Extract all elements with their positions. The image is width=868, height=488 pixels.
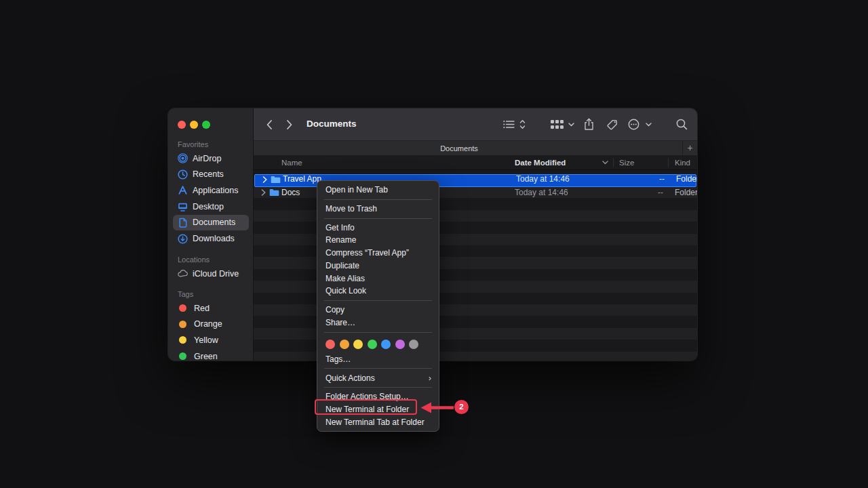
toolbar: Documents — [254, 108, 697, 140]
annotation-step-badge: 2 — [454, 400, 469, 414]
red-tag-icon — [179, 304, 186, 312]
menu-item-make-alias[interactable]: Make Alias — [317, 272, 439, 285]
menu-item-move-to-trash[interactable]: Move to Trash — [317, 203, 439, 216]
column-header-date-modified[interactable]: Date Modified — [515, 155, 566, 170]
gray-tag-dot[interactable] — [409, 340, 418, 349]
green-tag-dot[interactable] — [368, 340, 377, 349]
menu-separator — [324, 300, 432, 301]
sidebar-item-desktop[interactable]: Desktop — [173, 199, 249, 214]
sidebar-heading-favorites: Favorites — [178, 140, 208, 148]
desktop-background: Favorites AirDrop Recents Applications — [0, 0, 868, 488]
menu-item-new-terminal-tab-at-folder[interactable]: New Terminal Tab at Folder — [317, 416, 439, 429]
disclosure-chevron-icon[interactable] — [261, 187, 266, 199]
sidebar-item-label: Applications — [193, 186, 238, 195]
list-view-icon[interactable] — [503, 120, 515, 129]
sidebar-item-tag-orange[interactable]: Orange — [173, 317, 249, 332]
forward-icon[interactable] — [286, 119, 293, 130]
folder-icon — [269, 187, 279, 199]
file-kind: Folder — [675, 187, 697, 199]
sidebar-item-label: Downloads — [193, 234, 235, 243]
sidebar-item-label: Desktop — [193, 202, 224, 211]
menu-separator — [324, 218, 432, 219]
sort-toggle-icon[interactable] — [519, 119, 526, 129]
desktop-icon — [178, 201, 188, 211]
sidebar-item-tag-green[interactable]: Green — [173, 348, 249, 361]
blue-tag-dot[interactable] — [381, 340, 391, 349]
column-divider[interactable] — [668, 158, 669, 167]
applications-icon — [178, 185, 188, 195]
menu-item-quick-look[interactable]: Quick Look — [317, 285, 439, 298]
document-icon — [178, 218, 188, 228]
menu-item-get-info[interactable]: Get Info — [317, 222, 439, 235]
menu-item-compress[interactable]: Compress “Travel App” — [317, 247, 439, 260]
disclosure-chevron-icon[interactable] — [262, 174, 267, 186]
menu-separator — [324, 368, 432, 369]
sidebar-item-downloads[interactable]: Downloads — [173, 231, 249, 247]
column-divider[interactable] — [613, 158, 614, 167]
chevron-down-icon — [568, 123, 574, 127]
airdrop-icon — [178, 153, 188, 163]
column-header-row: Name Date Modified Size Kind — [254, 155, 697, 170]
file-date-modified: Today at 14:46 — [515, 187, 568, 199]
download-icon — [178, 234, 188, 244]
share-icon[interactable] — [584, 118, 594, 131]
tag-icon[interactable] — [607, 119, 618, 130]
window-title: Documents — [307, 119, 357, 129]
cloud-icon — [178, 268, 188, 279]
sidebar-item-label: Documents — [193, 218, 235, 227]
menu-separator — [324, 199, 432, 200]
sidebar-heading-locations: Locations — [178, 256, 210, 264]
purple-tag-dot[interactable] — [395, 340, 405, 349]
new-tab-button[interactable]: + — [682, 141, 697, 156]
back-icon[interactable] — [266, 119, 273, 130]
file-size: -- — [648, 187, 663, 199]
column-header-kind[interactable]: Kind — [675, 155, 690, 170]
sidebar-item-label: AirDrop — [193, 154, 221, 163]
sidebar-item-label: Red — [194, 304, 210, 313]
orange-tag-dot[interactable] — [340, 340, 349, 349]
sidebar-item-tag-red[interactable]: Red — [173, 300, 249, 316]
column-header-size[interactable]: Size — [619, 155, 634, 170]
menu-item-share[interactable]: Share… — [317, 317, 439, 329]
menu-separator — [324, 387, 432, 388]
sidebar-item-icloud-drive[interactable]: iCloud Drive — [173, 266, 249, 281]
submenu-chevron-icon: › — [429, 372, 431, 385]
sidebar-item-documents[interactable]: Documents — [173, 215, 249, 230]
red-tag-dot[interactable] — [326, 340, 335, 349]
zoom-window-button[interactable] — [202, 121, 210, 129]
menu-tag-color-row — [317, 336, 439, 353]
minimize-window-button[interactable] — [190, 121, 198, 129]
yellow-tag-icon — [179, 336, 186, 344]
sidebar-heading-tags: Tags — [178, 290, 193, 298]
traffic-lights — [178, 121, 210, 129]
menu-item-copy[interactable]: Copy — [317, 304, 439, 317]
sidebar-item-recents[interactable]: Recents — [173, 167, 249, 182]
sidebar-item-tag-yellow[interactable]: Yellow — [173, 332, 249, 348]
sidebar-item-label: Recents — [193, 169, 224, 179]
tab-bar: Documents + — [254, 140, 697, 155]
column-header-name[interactable]: Name — [281, 155, 302, 170]
sidebar: Favorites AirDrop Recents Applications — [168, 108, 254, 361]
file-date-modified: Today at 14:46 — [516, 174, 570, 185]
menu-item-quick-actions[interactable]: Quick Actions › — [317, 372, 439, 385]
green-tag-icon — [179, 352, 186, 360]
annotation-highlight-box — [315, 399, 417, 415]
sort-chevron-icon — [602, 161, 608, 165]
menu-item-open-in-new-tab[interactable]: Open in New Tab — [317, 184, 439, 197]
group-icon[interactable] — [551, 120, 564, 129]
menu-item-duplicate[interactable]: Duplicate — [317, 260, 439, 272]
menu-item-rename[interactable]: Rename — [317, 234, 439, 247]
sidebar-item-airdrop[interactable]: AirDrop — [173, 150, 249, 166]
sidebar-item-applications[interactable]: Applications — [173, 182, 249, 198]
close-window-button[interactable] — [178, 121, 186, 129]
search-icon[interactable] — [676, 119, 688, 130]
annotation-arrow-icon — [420, 401, 455, 414]
yellow-tag-dot[interactable] — [353, 340, 363, 349]
file-name: Docs — [281, 187, 300, 199]
tab-documents[interactable]: Documents — [254, 141, 665, 156]
file-size: -- — [650, 174, 665, 185]
more-icon[interactable] — [628, 119, 639, 130]
sidebar-item-label: Green — [194, 352, 218, 361]
sidebar-item-label: iCloud Drive — [193, 269, 239, 279]
menu-item-tags[interactable]: Tags… — [317, 353, 439, 366]
